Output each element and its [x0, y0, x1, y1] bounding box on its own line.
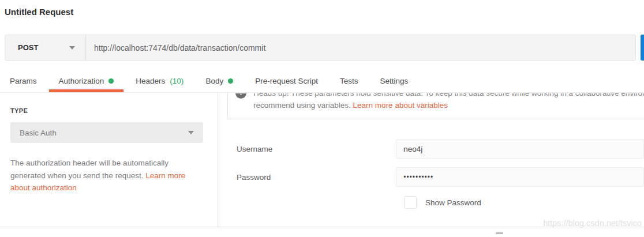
auth-description: The authorization header will be automat… — [10, 157, 194, 194]
info-icon: ! — [235, 93, 246, 99]
chevron-down-icon — [69, 46, 75, 50]
username-input[interactable] — [396, 139, 644, 159]
show-password-label: Show Password — [425, 198, 481, 207]
sensitive-data-banner: ! Heads up! These parameters hold sensit… — [227, 93, 644, 119]
tab-settings[interactable]: Settings — [370, 74, 418, 92]
request-url-bar: POST — [5, 35, 636, 61]
auth-type-dropdown[interactable]: Basic Auth — [10, 122, 203, 143]
show-password-row: Show Password — [404, 196, 644, 209]
show-password-checkbox[interactable] — [404, 196, 417, 209]
auth-credentials-pane: ! Heads up! These parameters hold sensit… — [218, 93, 644, 227]
auth-type-value: Basic Auth — [20, 129, 57, 137]
green-dot-icon — [228, 78, 233, 84]
auth-type-pane: TYPE Basic Auth The authorization header… — [0, 93, 218, 227]
tab-params[interactable]: Params — [0, 74, 47, 92]
password-row: Password — [227, 167, 644, 187]
password-input[interactable] — [396, 167, 644, 187]
green-dot-icon — [108, 78, 114, 84]
response-drag-handle[interactable] — [496, 232, 503, 234]
tab-pre-request-script[interactable]: Pre-request Script — [245, 74, 328, 92]
password-label: Password — [227, 173, 396, 182]
username-label: Username — [227, 145, 396, 153]
url-input[interactable] — [86, 35, 635, 60]
request-title: Untitled Request — [5, 7, 73, 17]
type-label: TYPE — [10, 107, 204, 114]
banner-line1: Heads up! These parameters hold sensitiv… — [253, 93, 644, 99]
username-row: Username — [227, 139, 644, 159]
authorization-panel: TYPE Basic Auth The authorization header… — [0, 93, 644, 227]
method-value: POST — [18, 43, 38, 52]
method-dropdown[interactable]: POST — [5, 35, 86, 60]
tab-headers[interactable]: Headers (10) — [126, 74, 193, 92]
banner-line2: recommend using variables. Learn more ab… — [253, 99, 644, 111]
tab-tests[interactable]: Tests — [330, 74, 368, 92]
chevron-down-icon — [188, 131, 194, 134]
headers-count: (10) — [170, 77, 184, 85]
tab-body[interactable]: Body — [196, 74, 243, 92]
postman-request-builder: Untitled Request POST Params Authorizati… — [0, 0, 644, 237]
tab-authorization[interactable]: Authorization — [49, 74, 124, 92]
learn-more-variables-link[interactable]: Learn more about variables — [353, 101, 448, 110]
send-button[interactable] — [641, 35, 644, 61]
watermark-text: https://blog.csdn.net/tsvico — [543, 219, 642, 228]
request-tabs: Params Authorization Headers (10) Body P… — [0, 74, 644, 93]
